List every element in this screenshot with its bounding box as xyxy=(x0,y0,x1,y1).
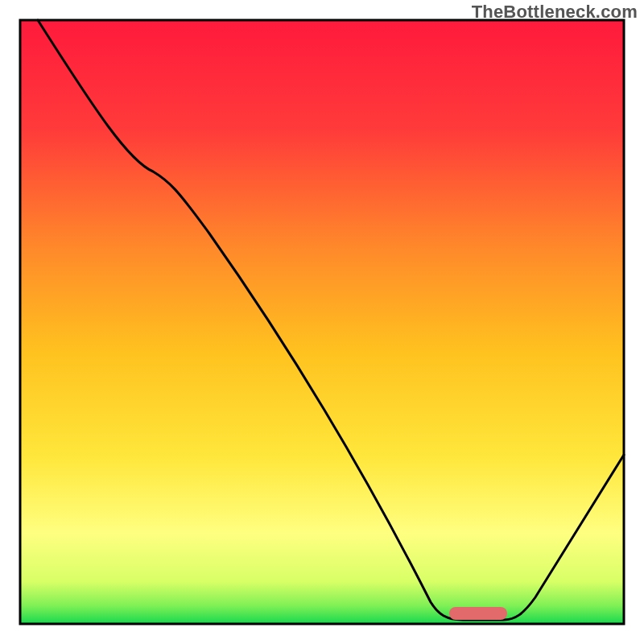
watermark-text: TheBottleneck.com xyxy=(472,2,638,23)
optimal-range-marker xyxy=(449,607,507,620)
plot-background xyxy=(20,20,624,624)
bottleneck-chart xyxy=(0,0,644,644)
